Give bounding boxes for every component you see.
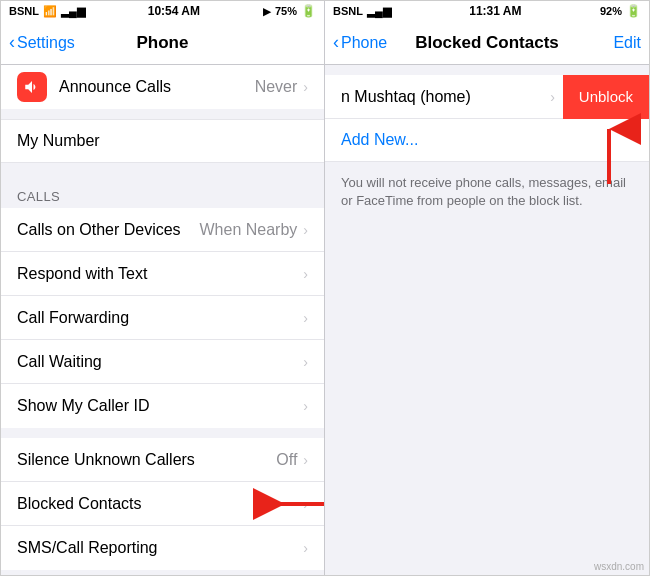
left-status-right: ▶ 75% 🔋	[263, 4, 316, 18]
right-nav-bar: ‹ Phone Blocked Contacts Edit	[325, 21, 649, 65]
show-caller-id-chevron-icon: ›	[303, 398, 308, 414]
red-arrow-up-annotation	[584, 119, 634, 184]
right-back-label: Phone	[341, 34, 387, 52]
gap2	[1, 163, 324, 173]
respond-text-label: Respond with Text	[17, 265, 303, 283]
silence-unknown-value: Off	[276, 451, 297, 469]
left-battery-icon: 🔋	[301, 4, 316, 18]
right-battery-icon: 🔋	[626, 4, 641, 18]
left-nav-bar: ‹ Settings Phone	[1, 21, 324, 65]
left-status-left: BSNL 📶 ▂▄▆	[9, 5, 85, 18]
right-time: 11:31 AM	[469, 4, 521, 18]
right-panel: BSNL ▂▄▆ 11:31 AM 92% 🔋 ‹ Phone Blocked …	[325, 1, 649, 576]
silence-unknown-chevron-icon: ›	[303, 452, 308, 468]
speaker-icon	[23, 78, 41, 96]
announce-calls-label: Announce Calls	[59, 78, 255, 96]
show-caller-id-row[interactable]: Show My Caller ID ›	[1, 384, 324, 428]
add-new-label: Add New...	[341, 131, 418, 148]
right-status-right: 92% 🔋	[600, 4, 641, 18]
left-signal-icon: ▂▄▆	[61, 5, 85, 18]
call-waiting-chevron-icon: ›	[303, 354, 308, 370]
calls-section-label: CALLS	[17, 189, 60, 204]
respond-with-text-row[interactable]: Respond with Text ›	[1, 252, 324, 296]
gap3	[1, 428, 324, 438]
calls-other-devices-label: Calls on Other Devices	[17, 221, 200, 239]
right-signal-icon: ▂▄▆	[367, 5, 391, 18]
announce-icon-bg	[17, 72, 47, 102]
my-number-row[interactable]: My Number	[1, 119, 324, 163]
calls-section-header: CALLS	[1, 173, 324, 208]
right-content: n Mushtaq (home) › Unblock Add New... Yo…	[325, 65, 649, 576]
silence-unknown-label: Silence Unknown Callers	[17, 451, 276, 469]
edit-button[interactable]: Edit	[581, 34, 641, 52]
show-caller-id-label: Show My Caller ID	[17, 397, 303, 415]
sms-call-label: SMS/Call Reporting	[17, 539, 303, 557]
right-carrier: BSNL	[333, 5, 363, 17]
left-chevron-icon: ‹	[9, 32, 15, 53]
announce-calls-row[interactable]: Announce Calls Never ›	[1, 65, 324, 109]
call-waiting-row[interactable]: Call Waiting ›	[1, 340, 324, 384]
left-wifi-icon: 📶	[43, 5, 57, 18]
left-status-bar: BSNL 📶 ▂▄▆ 10:54 AM ▶ 75% 🔋	[1, 1, 324, 21]
watermark: wsxdn.com	[594, 561, 644, 572]
blocked-contact-name: n Mushtaq (home)	[341, 88, 550, 106]
blocked-contact-row[interactable]: n Mushtaq (home) › Unblock	[325, 75, 649, 119]
my-number-label: My Number	[17, 132, 100, 149]
left-nav-title: Phone	[137, 33, 189, 53]
left-time: 10:54 AM	[148, 4, 200, 18]
call-waiting-label: Call Waiting	[17, 353, 303, 371]
sms-call-chevron-icon: ›	[303, 540, 308, 556]
call-forwarding-label: Call Forwarding	[17, 309, 303, 327]
right-back-button[interactable]: ‹ Phone	[333, 32, 393, 53]
sms-call-reporting-row[interactable]: SMS/Call Reporting ›	[1, 526, 324, 570]
right-nav-title: Blocked Contacts	[415, 33, 559, 53]
left-back-button[interactable]: ‹ Settings	[9, 32, 75, 53]
calls-section: Calls on Other Devices When Nearby › Res…	[1, 208, 324, 428]
calls-other-chevron-icon: ›	[303, 222, 308, 238]
red-arrow-left-annotation	[259, 486, 324, 522]
call-forwarding-chevron-icon: ›	[303, 310, 308, 326]
calls-other-devices-value: When Nearby	[200, 221, 298, 239]
left-location-icon: ▶	[263, 6, 271, 17]
right-status-left: BSNL ▂▄▆	[333, 5, 391, 18]
silence-unknown-row[interactable]: Silence Unknown Callers Off ›	[1, 438, 324, 482]
respond-text-chevron-icon: ›	[303, 266, 308, 282]
blocked-contacts-row[interactable]: Blocked Contacts ›	[1, 482, 324, 526]
bottom-section: Silence Unknown Callers Off › Blocked Co…	[1, 438, 324, 570]
announce-calls-value: Never	[255, 78, 298, 96]
announce-chevron-icon: ›	[303, 79, 308, 95]
right-battery: 92%	[600, 5, 622, 17]
left-content: Announce Calls Never › My Number CALLS C…	[1, 65, 324, 576]
right-status-bar: BSNL ▂▄▆ 11:31 AM 92% 🔋	[325, 1, 649, 21]
call-forwarding-row[interactable]: Call Forwarding ›	[1, 296, 324, 340]
right-chevron-icon: ‹	[333, 32, 339, 53]
unblock-button[interactable]: Unblock	[563, 75, 649, 119]
left-battery: 75%	[275, 5, 297, 17]
left-back-label: Settings	[17, 34, 75, 52]
left-carrier: BSNL	[9, 5, 39, 17]
left-panel: BSNL 📶 ▂▄▆ 10:54 AM ▶ 75% 🔋 ‹ Settings P…	[1, 1, 325, 576]
calls-on-other-devices-row[interactable]: Calls on Other Devices When Nearby ›	[1, 208, 324, 252]
announce-section: Announce Calls Never ›	[1, 65, 324, 109]
blocked-contact-chevron-icon: ›	[550, 89, 555, 105]
gap4	[1, 570, 324, 576]
gap1	[1, 109, 324, 119]
